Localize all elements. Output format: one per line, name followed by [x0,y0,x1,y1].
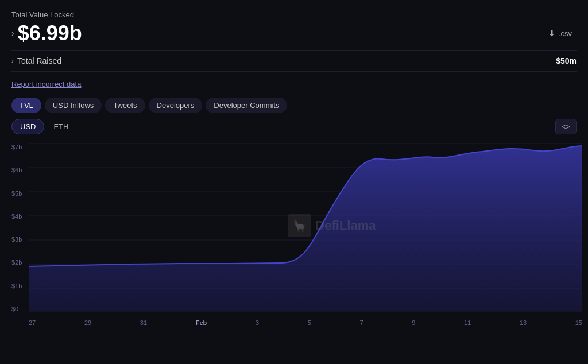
currency-usd-button[interactable]: USD [11,119,44,134]
x-axis: 27 29 31 Feb 3 5 7 9 11 13 15 [0,317,588,326]
x-label-29: 29 [84,319,91,326]
x-label-27: 27 [29,319,36,326]
x-label-31: 31 [140,319,147,326]
currency-row: USD ETH <> [11,119,577,134]
tvl-label: Total Value Locked [11,10,577,19]
x-label-13: 13 [520,319,527,326]
chart-tabs: TVL USD Inflows Tweets Developers Develo… [11,98,577,113]
tvl-value: $6.99b [18,21,82,45]
currency-eth-button[interactable]: ETH [45,119,76,134]
x-label-15: 15 [575,319,582,326]
y-label-2b: $2b [11,259,24,266]
x-label-7: 7 [359,319,363,326]
y-label-0: $0 [11,305,24,312]
y-label-1b: $1b [11,282,24,289]
tab-tvl[interactable]: TVL [11,98,41,113]
x-label-feb: Feb [196,319,207,326]
y-axis: $7b $6b $5b $4b $3b $2b $1b $0 [0,139,29,317]
x-label-9: 9 [412,319,415,326]
watermark-text: DefiLlama [315,218,376,233]
total-raised-value: $50m [556,56,577,65]
y-label-5b: $5b [11,190,24,197]
total-raised-chevron[interactable]: › [11,57,14,65]
currency-group: USD ETH [11,119,76,134]
total-raised-label: Total Raised [17,56,61,65]
x-label-5: 5 [308,319,311,326]
tab-tweets[interactable]: Tweets [105,98,145,113]
embed-button[interactable]: <> [555,119,577,134]
y-label-6b: $6b [11,166,24,173]
tab-developer-commits[interactable]: Developer Commits [206,98,287,113]
x-label-3: 3 [256,319,259,326]
y-label-3b: $3b [11,236,24,243]
total-raised-row: › Total Raised $50m [11,50,577,72]
watermark: 🦙 DefiLlama [288,214,376,237]
tvl-section: Total Value Locked › $6.99b ⬇ .csv [11,10,577,45]
report-incorrect-data-link[interactable]: Report incorrect data [11,80,81,88]
tab-developers[interactable]: Developers [149,98,203,113]
watermark-icon: 🦙 [288,214,311,237]
y-label-7b: $7b [11,144,24,150]
tvl-chevron[interactable]: › [11,29,14,38]
csv-download-button[interactable]: ⬇ .csv [544,26,577,40]
tab-usd-inflows[interactable]: USD Inflows [45,98,102,113]
x-label-11: 11 [464,319,471,326]
download-icon: ⬇ [548,29,555,38]
y-label-4b: $4b [11,213,24,220]
